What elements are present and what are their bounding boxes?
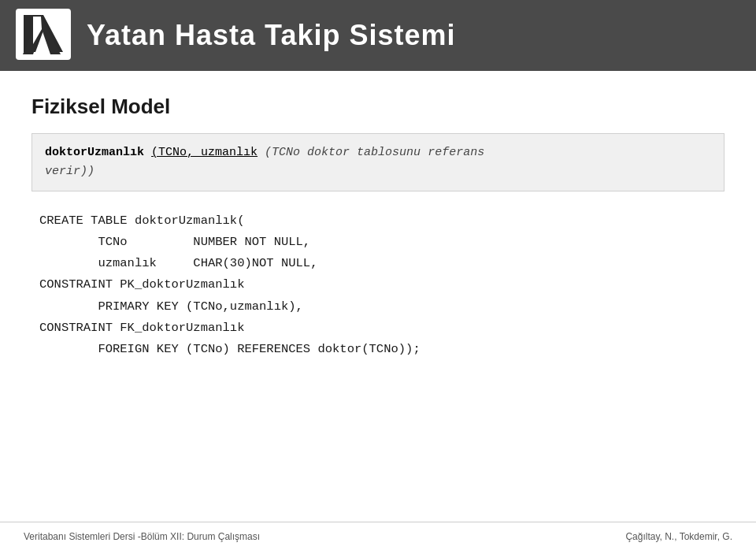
footer: Veritabanı Sistemleri Dersi -Bölüm XII: … — [0, 522, 756, 550]
sql-block: CREATE TABLE doktorUzmanlık( TCNo NUMBER… — [39, 210, 724, 360]
sql-line-3: uzmanlık CHAR(30)NOT NULL, — [39, 253, 724, 274]
main-content: Fiziksel Model doktorUzmanlık (TCNo, uzm… — [0, 71, 756, 384]
logo-icon — [16, 9, 71, 60]
footer-right: Çağıltay, N., Tokdemir, G. — [625, 531, 732, 542]
footer-left: Veritabanı Sistemleri Dersi -Bölüm XII: … — [24, 531, 260, 542]
sql-line-2: TCNo NUMBER NOT NULL, — [39, 232, 724, 253]
schema-table-name: doktorUzmanlık — [45, 146, 144, 159]
section-title: Fiziksel Model — [32, 95, 724, 119]
sql-line-5: PRIMARY KEY (TCNo,uzmanlık), — [39, 296, 724, 318]
sql-line-7: FOREIGN KEY (TCNo) REFERENCES doktor(TCN… — [39, 339, 724, 360]
sql-line-4: CONSTRAINT PK_doktorUzmanlık — [39, 274, 724, 295]
header-title: Yatan Hasta Takip Sistemi — [87, 19, 456, 52]
sql-line-1: CREATE TABLE doktorUzmanlık( — [39, 210, 724, 232]
logo-container — [16, 9, 71, 63]
header: Yatan Hasta Takip Sistemi — [0, 0, 756, 71]
schema-description: (TCNo doktor tablosunu referans — [265, 146, 484, 159]
schema-description-cont: verir)) — [45, 165, 94, 178]
schema-columns: (TCNo, uzmanlık — [151, 146, 258, 159]
sql-line-6: CONSTRAINT FK_doktorUzmanlık — [39, 318, 724, 339]
schema-box: doktorUzmanlık (TCNo, uzmanlık (TCNo dok… — [32, 133, 724, 191]
